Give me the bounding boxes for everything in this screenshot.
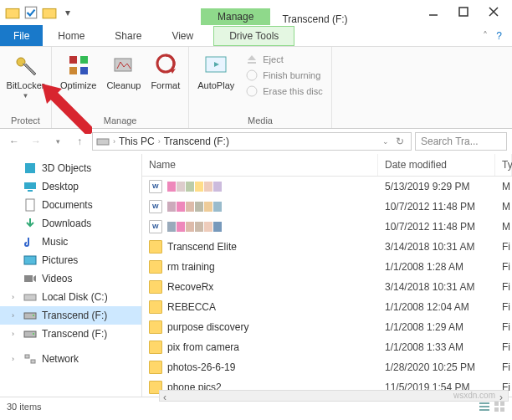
search-input[interactable]: Search Tra... [415,132,507,151]
file-row[interactable]: 10/7/2012 11:48 PMM [142,197,512,217]
svg-rect-25 [26,199,34,211]
forward-button[interactable]: → [27,132,45,151]
svg-rect-41 [494,407,499,412]
file-tab[interactable]: File [0,25,43,46]
svg-rect-21 [97,139,109,145]
file-row[interactable]: photos-26-6-191/28/2020 10:25 PMFi [142,357,512,377]
cleanup-icon [110,52,137,79]
file-row[interactable]: pix from camera1/1/2008 1:33 AMFi [142,337,512,357]
ribbon-expand-icon[interactable]: ˄ [483,30,488,42]
share-tab[interactable]: Share [100,27,156,45]
cleanup-button[interactable]: Cleanup [103,50,144,92]
tree-item[interactable]: ›Local Disk (C:) [0,288,141,306]
doc-icon [23,198,37,212]
checkbox-icon[interactable] [23,5,38,20]
file-name: REBECCA [167,301,216,313]
optimize-button[interactable]: Optimize [57,50,100,92]
svg-rect-30 [24,313,36,319]
svg-rect-42 [500,407,504,412]
back-button[interactable]: ← [5,132,23,151]
svg-rect-11 [80,67,88,74]
group-manage-label: Manage [104,113,137,128]
svg-rect-27 [24,275,33,282]
chevron-icon: › [12,330,18,338]
file-list[interactable]: 5/13/2019 9:29 PMM10/7/2012 11:48 PMM10/… [142,177,512,396]
svg-rect-18 [248,62,256,64]
file-type: M [495,197,512,216]
tree-item-label: Transcend (F:) [42,310,107,321]
file-row[interactable]: 5/13/2019 9:29 PMM [142,177,512,197]
tree-item[interactable]: Pictures [0,251,141,269]
file-row[interactable]: purpose discovery1/1/2008 1:29 AMFi [142,317,512,337]
crumb-location[interactable]: Transcend (F:) [164,136,229,147]
tree-item[interactable]: Videos [0,269,141,288]
tree-item[interactable]: ›Network [0,350,141,368]
file-type: Fi [495,358,512,376]
folder-icon [149,300,162,314]
disc-burn-icon [246,69,258,81]
status-item-count: 30 items [7,402,42,412]
home-tab[interactable]: Home [43,27,100,45]
file-row[interactable]: Transcend Elite3/14/2018 10:31 AMFi [142,237,512,257]
tree-item[interactable]: Documents [0,196,141,214]
svg-rect-2 [43,9,56,18]
qat-dropdown-icon[interactable]: ▾ [60,5,75,20]
file-row[interactable]: 10/7/2012 11:48 PMM [142,217,512,237]
file-name: pix from camera [167,341,239,353]
file-date: 3/14/2018 10:31 AM [378,278,495,296]
format-button[interactable]: Format [147,50,183,92]
maximize-button[interactable] [458,7,468,19]
address-bar[interactable]: › This PC › Transcend (F:) ⌄ ↻ [92,132,412,151]
drive-tools-tab[interactable]: Drive Tools [213,26,294,46]
refresh-button[interactable]: ↻ [392,136,407,147]
drive-icon [96,135,110,148]
column-name[interactable]: Name [142,154,378,176]
column-date[interactable]: Date modified [378,154,495,176]
contextual-tab-manage[interactable]: Manage [201,8,270,25]
disc-erase-icon [246,85,258,97]
autoplay-button[interactable]: AutoPlay [194,50,238,99]
pic-icon [23,254,37,267]
file-type: Fi [495,278,512,296]
net-icon [23,352,37,366]
svg-point-20 [247,86,257,96]
recent-dropdown[interactable]: ▾ [49,132,67,151]
file-row[interactable]: RecoveRx3/14/2018 10:31 AMFi [142,277,512,297]
svg-point-31 [33,315,34,316]
eject-icon [246,54,258,65]
redacted-filename [167,202,222,212]
folder-qat-icon[interactable] [42,5,57,20]
vid-icon [23,272,37,285]
file-type: Fi [495,258,512,276]
file-date: 10/7/2012 11:48 PM [378,197,495,216]
redacted-filename [167,222,222,232]
minimize-button[interactable] [428,7,438,19]
bitlocker-button[interactable]: BitLocker ▼ [3,50,49,101]
tree-item[interactable]: Desktop [0,177,141,196]
tree-item[interactable]: ›Transcend (F:) [0,306,141,325]
tree-item-label: Transcend (F:) [42,328,107,340]
details-view-icon[interactable] [479,401,490,412]
navigation-tree[interactable]: 3D ObjectsDesktopDocumentsDownloadsMusic… [0,154,142,397]
file-type: M [495,177,512,196]
file-row[interactable]: rm training1/1/2008 1:28 AMFi [142,257,512,277]
file-row[interactable]: REBECCA1/1/2008 12:04 AMFi [142,297,512,317]
view-tab[interactable]: View [156,27,208,45]
svg-rect-1 [25,7,37,18]
erase-disc-button: Erase this disc [243,84,326,99]
svg-rect-26 [24,256,36,264]
tree-item[interactable]: Music [0,233,141,251]
address-dropdown-icon[interactable]: ⌄ [382,137,389,146]
crumb-this-pc[interactable]: This PC [119,136,155,147]
file-name: purpose discovery [167,321,248,333]
tree-item[interactable]: 3D Objects [0,159,141,177]
up-button[interactable]: ↑ [70,132,89,151]
column-type[interactable]: Ty [495,154,512,176]
tree-item[interactable]: Downloads [0,214,141,233]
file-type: Fi [495,338,512,356]
close-button[interactable] [489,7,499,19]
help-icon[interactable]: ? [496,30,502,42]
folder-icon [149,341,162,354]
tree-item[interactable]: ›Transcend (F:) [0,325,141,343]
file-name: photos-26-6-19 [167,361,235,373]
